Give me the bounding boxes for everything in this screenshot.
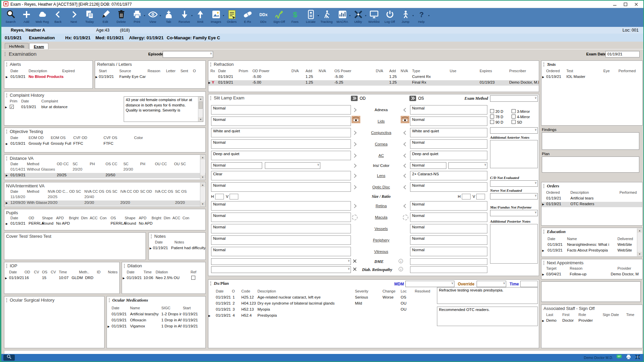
posterior-notes-input[interactable] <box>490 224 538 264</box>
toolbar-button-tracking[interactable]: Tracking <box>319 9 334 26</box>
chevron-down-icon[interactable] <box>210 52 212 55</box>
medication-row[interactable]: 01/19/21Ofloxacin1 Drop in Af01/19/21 <box>107 318 205 323</box>
toolbar-button-fees[interactable]: $Fees <box>287 9 303 26</box>
chevron-down-icon[interactable] <box>428 14 430 17</box>
mdm-select[interactable] <box>405 281 454 287</box>
toolbar-button-orders[interactable]: Orders <box>224 9 240 26</box>
toolbar-button-xmit[interactable]: Xmit <box>192 9 208 26</box>
vitreous-od-field[interactable]: Normal <box>211 247 351 256</box>
vessels-od-field[interactable]: Normal <box>211 224 351 233</box>
notes-row[interactable]: 01/19/21Patient had difficulty focusing <box>149 246 205 251</box>
episode-select[interactable] <box>163 51 213 58</box>
plan-input[interactable] <box>542 156 639 173</box>
medication-row[interactable]: 01/19/21Vigamox1 Drop in Af01/19/21 <box>107 324 205 329</box>
scroll-up-icon[interactable] <box>198 97 203 101</box>
maximize-button[interactable] <box>623 2 628 7</box>
adnexa-label[interactable]: Adnexa <box>360 108 403 112</box>
size-h-os-input[interactable] <box>462 194 471 199</box>
complaint-note[interactable]: 43 year old female complains of blur at … <box>124 96 203 122</box>
anterior-notes-input[interactable] <box>490 140 538 168</box>
scroll-up-icon[interactable] <box>200 183 205 187</box>
primary-checkbox[interactable] <box>10 105 14 109</box>
minimize-button[interactable] <box>612 2 617 7</box>
assessment-note-1[interactable]: Refractive testing reveals presbyopia. <box>437 287 538 304</box>
mac-fundus-select[interactable] <box>490 210 538 216</box>
macula-link[interactable]: Macula <box>360 215 403 219</box>
expand-right-icon[interactable] <box>352 204 357 208</box>
chevron-down-icon[interactable] <box>534 128 537 131</box>
toolbar-button-worklist[interactable]: Worklist <box>366 9 382 26</box>
ac-link[interactable]: AC <box>360 153 403 157</box>
iris-os-select[interactable]: Normal <box>410 162 446 169</box>
nva-row[interactable]: 12/09/20With Glasses20/2020/3020/2020/20 <box>4 200 205 206</box>
lids-link[interactable]: Lids <box>360 119 403 123</box>
expand-left-icon[interactable] <box>403 185 408 189</box>
toolbar-button-ddx[interactable]: DDxDDx <box>255 9 271 26</box>
toolbar-button-tab[interactable]: Tab <box>161 9 176 26</box>
adnexa-os-field[interactable]: Normal <box>410 105 487 115</box>
lids-od-field[interactable]: Normal <box>211 117 351 126</box>
expand-right-icon[interactable] <box>352 164 357 168</box>
iris-color-label[interactable]: Iris/ Color <box>360 164 403 168</box>
periphery-od-field[interactable]: Normal <box>211 235 351 245</box>
conjunctiva-link[interactable]: Conjunctiva <box>360 131 403 135</box>
optic-disc-link[interactable]: Optic Disc <box>360 185 403 189</box>
expand-right-icon[interactable] <box>352 131 357 135</box>
periphery-link[interactable]: Periphery <box>360 238 403 242</box>
cornea-od-field[interactable]: Normal <box>211 139 351 149</box>
override-select[interactable] <box>477 281 506 287</box>
exam-method-select[interactable] <box>490 95 538 102</box>
toolbar-button-erx[interactable]: E-Rx <box>240 9 255 26</box>
macula-od-field[interactable]: Normal <box>211 213 351 222</box>
retina-os-field[interactable]: Normal <box>410 201 487 211</box>
lens-od-field[interactable]: Clear <box>211 171 351 180</box>
adnexa-od-field[interactable]: Normal <box>211 105 351 115</box>
scroll-up-icon[interactable] <box>200 155 205 160</box>
chevron-down-icon[interactable] <box>451 281 453 285</box>
lens-os-field[interactable]: 2+ Cataract-NS <box>410 171 487 180</box>
tools-icon[interactable] <box>353 259 357 264</box>
education-row[interactable]: 01/19/21Nearsightedness: What iWebSite <box>541 242 642 248</box>
expand-left-icon[interactable] <box>403 131 408 135</box>
expand-left-icon[interactable] <box>403 108 408 112</box>
nerve-select[interactable] <box>490 193 538 199</box>
scroll-down-icon[interactable] <box>198 117 203 122</box>
retina-link[interactable]: Retina <box>360 204 403 208</box>
appointments-note-box[interactable] <box>541 281 641 302</box>
vessels-os-field[interactable]: Normal <box>410 224 487 233</box>
dme-od-select[interactable] <box>211 258 351 265</box>
fundus-circle-os-icon[interactable] <box>403 215 408 220</box>
dme-os-field[interactable] <box>410 258 487 265</box>
eye-photo-od[interactable] <box>352 116 360 124</box>
scrollbar[interactable] <box>200 155 205 179</box>
sd-checkbox[interactable] <box>512 120 516 124</box>
toolbar-button-back[interactable]: Back <box>50 9 66 26</box>
scroll-down-icon[interactable] <box>200 202 205 206</box>
periphery-os-field[interactable]: Normal <box>410 235 487 245</box>
toolbar-button-images[interactable]: Images <box>208 9 224 26</box>
pupils-row[interactable]: 01/19/21PERRLARoundNo APDPERRLARoundNo A… <box>4 221 205 227</box>
conjunctiva-od-field[interactable]: White and quiet <box>211 128 351 137</box>
toolbar-button-help[interactable]: ?Help <box>413 9 429 26</box>
cd-select[interactable] <box>490 180 538 187</box>
fundus-circle-od-icon[interactable] <box>352 215 358 220</box>
toolbar-button-today[interactable]: Today <box>82 9 97 26</box>
mirror4-checkbox[interactable] <box>512 115 516 119</box>
expand-left-icon[interactable] <box>403 153 408 158</box>
findings-input[interactable] <box>542 132 639 150</box>
toolbar-button-utility[interactable]: Utility <box>350 9 366 26</box>
expand-right-icon[interactable] <box>352 142 357 146</box>
tab-hxmeds[interactable]: Hx/Meds <box>5 43 29 49</box>
toolbar-button-add[interactable]: Add <box>18 9 34 26</box>
toolbar-button-locate[interactable]: Locate <box>303 9 319 26</box>
scroll-thumb[interactable] <box>199 101 203 109</box>
expand-os-button[interactable] <box>409 96 416 101</box>
eye-photo-os[interactable] <box>401 116 409 124</box>
size-h-od-input[interactable] <box>215 194 224 199</box>
refraction-row[interactable]: Y01/19/21-5.001.25-5.251.25Final Rx01/19… <box>208 80 539 86</box>
chevron-down-icon[interactable] <box>503 281 505 285</box>
vessels-link[interactable]: Vessels <box>360 227 403 231</box>
expand-right-icon[interactable] <box>352 185 357 189</box>
expand-right-icon[interactable] <box>352 108 357 112</box>
toolbar-button-macra[interactable]: MACRA <box>334 9 350 26</box>
